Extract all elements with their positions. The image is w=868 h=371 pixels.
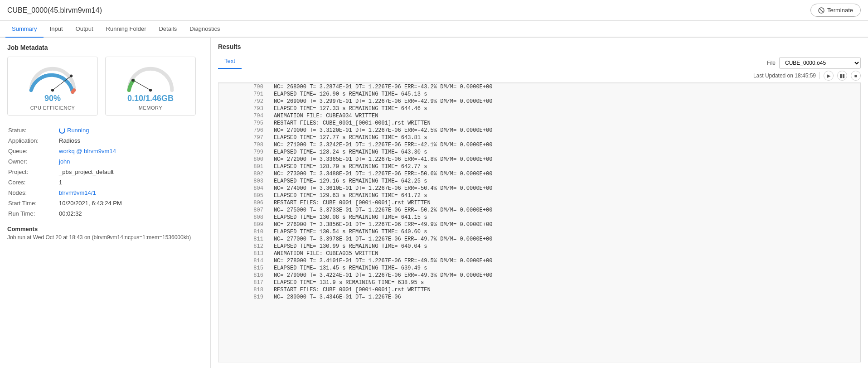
log-line-number: 811 (218, 236, 269, 243)
log-line-text: ANIMATION FILE: CUBEA034 WRITTEN (269, 112, 860, 120)
page-title: CUBE_0000(45.blrvm9vm14) (7, 6, 102, 14)
log-line-number: 800 (218, 156, 269, 163)
log-row: 811 NC= 277000 T= 3.3978E-01 DT= 1.2267E… (218, 236, 860, 243)
cpu-gauge-label: CPU EFFICIENCY (30, 105, 75, 111)
log-line-text: RESTART FILES: CUBE_0001_[0001-0001].rst… (269, 199, 860, 207)
run-time-label: Run Time: (8, 209, 58, 218)
file-select[interactable]: CUBE_0000.o45 (779, 57, 861, 69)
log-row: 792 NC= 269000 T= 3.2997E-01 DT= 1.2267E… (218, 98, 860, 105)
log-line-text: ELAPSED TIME= 126.90 s REMAINING TIME= 6… (269, 91, 860, 98)
tab-output[interactable]: Output (69, 21, 100, 38)
log-line-text: NC= 272000 T= 3.3365E-01 DT= 1.2267E-06 … (269, 156, 860, 163)
log-table: 790 NC= 268000 T= 3.2874E-01 DT= 1.2267E… (218, 83, 860, 301)
log-line-text: NC= 273000 T= 3.3488E-01 DT= 1.2267E-06 … (269, 170, 860, 178)
pause-button[interactable]: ▮▮ (837, 71, 847, 81)
log-row: 804 NC= 274000 T= 3.3610E-01 DT= 1.2267E… (218, 185, 860, 192)
queue-link[interactable]: workq @ blrvm9vm14 (59, 148, 116, 154)
file-bar: File CUBE_0000.o45 (767, 57, 861, 69)
tab-input[interactable]: Input (44, 21, 69, 38)
log-line-text: ELAPSED TIME= 130.54 s REMAINING TIME= 6… (269, 228, 860, 236)
log-line-number: 809 (218, 221, 269, 228)
run-time-value: 00:02:32 (59, 209, 202, 218)
log-row: 817 ELAPSED TIME= 131.9 s REMAINING TIME… (218, 279, 860, 286)
log-line-text: ELAPSED TIME= 130.08 s REMAINING TIME= 6… (269, 214, 860, 221)
status-label: Status: (8, 125, 58, 135)
nodes-link[interactable]: blrvm9vm14/1 (59, 189, 96, 196)
start-time-label: Start Time: (8, 198, 58, 208)
log-line-number: 792 (218, 98, 269, 105)
log-line-number: 799 (218, 149, 269, 156)
svg-line-6 (133, 80, 150, 90)
log-line-number: 810 (218, 228, 269, 236)
log-line-number: 817 (218, 279, 269, 286)
log-row: 799 ELAPSED TIME= 128.24 s REMAINING TIM… (218, 149, 860, 156)
log-row: 810 ELAPSED TIME= 130.54 s REMAINING TIM… (218, 228, 860, 236)
log-line-text: ELAPSED TIME= 127.33 s REMAINING TIME= 6… (269, 105, 860, 112)
log-line-text: ANIMATION FILE: CUBEA035 WRITTEN (269, 250, 860, 257)
log-line-text: ELAPSED TIME= 127.77 s REMAINING TIME= 6… (269, 134, 860, 141)
log-line-number: 793 (218, 105, 269, 112)
memory-gauge: 0.10/1.46GB MEMORY (105, 57, 196, 116)
log-row: 800 NC= 272000 T= 3.3365E-01 DT= 1.2267E… (218, 156, 860, 163)
log-line-number: 818 (218, 286, 269, 294)
log-line-number: 797 (218, 134, 269, 141)
memory-gauge-svg (114, 62, 187, 94)
file-label: File (767, 60, 776, 66)
metadata-table: Status: Running Application: Radioss Que… (7, 125, 203, 219)
log-row: 797 ELAPSED TIME= 127.77 s REMAINING TIM… (218, 134, 860, 141)
comments-section: Comments Job run at Wed Oct 20 at 18:43 … (7, 226, 203, 241)
tab-diagnostics[interactable]: Diagnostics (183, 21, 226, 38)
log-line-number: 790 (218, 83, 269, 91)
play-button[interactable]: ▶ (824, 71, 834, 81)
results-tab-text[interactable]: Text (218, 54, 242, 69)
log-row: 791 ELAPSED TIME= 126.90 s REMAINING TIM… (218, 91, 860, 98)
svg-line-1 (819, 8, 823, 12)
nodes-label: Nodes: (8, 188, 58, 198)
header: CUBE_0000(45.blrvm9vm14) Terminate (0, 0, 868, 21)
memory-gauge-label: MEMORY (139, 105, 162, 111)
log-row: 805 ELAPSED TIME= 129.63 s REMAINING TIM… (218, 192, 860, 199)
log-line-text: RESTART FILES: CUBE_0001_[0001-0001].rst… (269, 286, 860, 294)
log-line-number: 814 (218, 257, 269, 265)
tab-summary[interactable]: Summary (5, 21, 44, 38)
log-row: 790 NC= 268000 T= 3.2874E-01 DT= 1.2267E… (218, 83, 860, 91)
application-value: Radioss (59, 136, 202, 145)
log-line-number: 794 (218, 112, 269, 120)
queue-value: workq @ blrvm9vm14 (59, 146, 202, 156)
log-line-text: NC= 279000 T= 3.4224E-01 DT= 1.2267E-06 … (269, 272, 860, 279)
log-line-text: NC= 274000 T= 3.3610E-01 DT= 1.2267E-06 … (269, 185, 860, 192)
log-line-text: ELAPSED TIME= 128.70 s REMAINING TIME= 6… (269, 163, 860, 170)
cpu-gauge-svg (16, 62, 89, 94)
project-value: _pbs_project_default (59, 167, 202, 177)
log-line-text: NC= 268000 T= 3.2874E-01 DT= 1.2267E-06 … (269, 83, 860, 91)
log-line-text: ELAPSED TIME= 131.45 s REMAINING TIME= 6… (269, 265, 860, 272)
log-line-text: NC= 278000 T= 3.4101E-01 DT= 1.2267E-06 … (269, 257, 860, 265)
update-bar: Last Updated on 18:45:59 ▶ ▮▮ ■ (218, 69, 861, 83)
left-panel: Job Metadata 90% (0, 38, 211, 368)
log-line-text: ELAPSED TIME= 128.24 s REMAINING TIME= 6… (269, 149, 860, 156)
log-line-number: 812 (218, 243, 269, 250)
tab-details[interactable]: Details (152, 21, 183, 38)
log-line-number: 813 (218, 250, 269, 257)
status-value: Running (59, 125, 202, 135)
log-line-number: 808 (218, 214, 269, 221)
log-row: 816 NC= 279000 T= 3.4224E-01 DT= 1.2267E… (218, 272, 860, 279)
log-row: 802 NC= 273000 T= 3.3488E-01 DT= 1.2267E… (218, 170, 860, 178)
tab-running-folder[interactable]: Running Folder (100, 21, 153, 38)
owner-label: Owner: (8, 157, 58, 166)
log-line-number: 802 (218, 170, 269, 178)
terminate-button[interactable]: Terminate (810, 4, 861, 17)
log-line-text: NC= 276000 T= 3.3856E-01 DT= 1.2267E-06 … (269, 221, 860, 228)
log-row: 793 ELAPSED TIME= 127.33 s REMAINING TIM… (218, 105, 860, 112)
stop-button[interactable]: ■ (851, 71, 861, 81)
log-container[interactable]: 790 NC= 268000 T= 3.2874E-01 DT= 1.2267E… (218, 83, 861, 362)
log-row: 812 ELAPSED TIME= 130.99 s REMAINING TIM… (218, 243, 860, 250)
log-line-text: ELAPSED TIME= 131.9 s REMAINING TIME= 63… (269, 279, 860, 286)
log-row: 795 RESTART FILES: CUBE_0001_[0001-0001]… (218, 120, 860, 127)
log-row: 803 ELAPSED TIME= 129.16 s REMAINING TIM… (218, 178, 860, 185)
log-line-number: 816 (218, 272, 269, 279)
results-title: Results (218, 43, 861, 50)
owner-link[interactable]: john (59, 158, 70, 165)
log-line-number: 803 (218, 178, 269, 185)
main-content: Job Metadata 90% (0, 38, 868, 368)
